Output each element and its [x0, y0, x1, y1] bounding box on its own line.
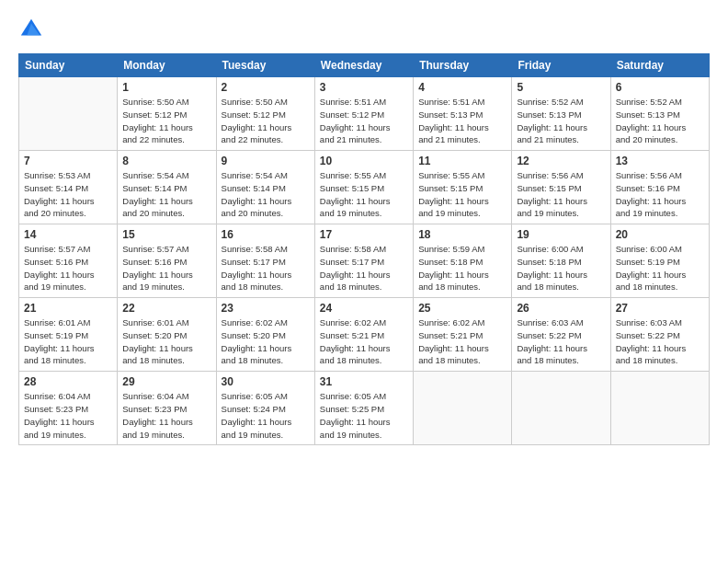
calendar-table: SundayMondayTuesdayWednesdayThursdayFrid…	[18, 53, 710, 445]
day-number: 22	[122, 302, 210, 315]
calendar-cell: 21Sunrise: 6:01 AM Sunset: 5:19 PM Dayli…	[19, 298, 118, 372]
day-info: Sunrise: 5:59 AM Sunset: 5:18 PM Dayligh…	[418, 243, 506, 293]
calendar-cell: 11Sunrise: 5:55 AM Sunset: 5:15 PM Dayli…	[414, 151, 512, 224]
day-info: Sunrise: 5:58 AM Sunset: 5:17 PM Dayligh…	[320, 243, 408, 293]
header	[18, 17, 710, 42]
calendar-cell	[19, 77, 118, 151]
calendar-cell: 10Sunrise: 5:55 AM Sunset: 5:15 PM Dayli…	[314, 151, 413, 224]
day-number: 16	[222, 228, 310, 241]
day-info: Sunrise: 6:01 AM Sunset: 5:20 PM Dayligh…	[122, 316, 210, 367]
day-info: Sunrise: 5:54 AM Sunset: 5:14 PM Dayligh…	[122, 169, 210, 220]
calendar-cell: 18Sunrise: 5:59 AM Sunset: 5:18 PM Dayli…	[414, 224, 512, 298]
weekday-header: Tuesday	[216, 54, 314, 77]
day-number: 4	[418, 81, 506, 94]
day-info: Sunrise: 6:00 AM Sunset: 5:19 PM Dayligh…	[616, 243, 704, 293]
calendar-week-row: 14Sunrise: 5:57 AM Sunset: 5:16 PM Dayli…	[19, 224, 710, 298]
calendar-cell: 27Sunrise: 6:03 AM Sunset: 5:22 PM Dayli…	[610, 298, 709, 372]
day-number: 10	[320, 155, 408, 167]
calendar-cell: 25Sunrise: 6:02 AM Sunset: 5:21 PM Dayli…	[414, 298, 512, 372]
weekday-header: Friday	[512, 54, 610, 77]
calendar-cell: 26Sunrise: 6:03 AM Sunset: 5:22 PM Dayli…	[512, 298, 610, 372]
day-number: 31	[320, 375, 408, 388]
calendar-week-row: 21Sunrise: 6:01 AM Sunset: 5:19 PM Dayli…	[19, 298, 710, 372]
day-info: Sunrise: 6:02 AM Sunset: 5:21 PM Dayligh…	[418, 316, 506, 367]
day-info: Sunrise: 5:56 AM Sunset: 5:15 PM Dayligh…	[517, 169, 605, 220]
day-info: Sunrise: 5:55 AM Sunset: 5:15 PM Dayligh…	[320, 169, 408, 220]
day-number: 6	[616, 81, 704, 94]
weekday-header: Saturday	[610, 54, 709, 77]
calendar-cell: 8Sunrise: 5:54 AM Sunset: 5:14 PM Daylig…	[118, 151, 216, 224]
calendar-cell: 29Sunrise: 6:04 AM Sunset: 5:23 PM Dayli…	[118, 372, 216, 445]
day-info: Sunrise: 5:53 AM Sunset: 5:14 PM Dayligh…	[24, 169, 112, 220]
day-info: Sunrise: 6:02 AM Sunset: 5:20 PM Dayligh…	[222, 316, 310, 367]
day-number: 25	[418, 302, 506, 315]
weekday-header: Sunday	[19, 54, 118, 77]
day-number: 17	[320, 228, 408, 241]
calendar-week-row: 1Sunrise: 5:50 AM Sunset: 5:12 PM Daylig…	[19, 77, 710, 151]
calendar-cell	[610, 372, 709, 445]
day-info: Sunrise: 5:52 AM Sunset: 5:13 PM Dayligh…	[616, 96, 704, 146]
calendar-cell: 16Sunrise: 5:58 AM Sunset: 5:17 PM Dayli…	[216, 224, 314, 298]
calendar-cell	[414, 372, 512, 445]
day-number: 19	[517, 228, 605, 241]
day-info: Sunrise: 6:05 AM Sunset: 5:24 PM Dayligh…	[222, 390, 310, 441]
day-number: 5	[517, 81, 605, 94]
day-number: 24	[320, 302, 408, 315]
calendar-week-row: 28Sunrise: 6:04 AM Sunset: 5:23 PM Dayli…	[19, 372, 710, 445]
calendar-cell: 31Sunrise: 6:05 AM Sunset: 5:25 PM Dayli…	[314, 372, 413, 445]
day-number: 3	[320, 81, 408, 94]
day-number: 29	[122, 375, 210, 388]
day-info: Sunrise: 5:57 AM Sunset: 5:16 PM Dayligh…	[24, 243, 112, 293]
day-number: 7	[24, 155, 112, 167]
day-number: 12	[517, 155, 605, 167]
day-info: Sunrise: 5:51 AM Sunset: 5:12 PM Dayligh…	[320, 96, 408, 146]
calendar-cell: 4Sunrise: 5:51 AM Sunset: 5:13 PM Daylig…	[414, 77, 512, 151]
day-info: Sunrise: 6:03 AM Sunset: 5:22 PM Dayligh…	[616, 316, 704, 367]
day-info: Sunrise: 6:04 AM Sunset: 5:23 PM Dayligh…	[24, 390, 112, 441]
calendar-cell	[512, 372, 610, 445]
day-number: 20	[616, 228, 704, 241]
calendar-cell: 12Sunrise: 5:56 AM Sunset: 5:15 PM Dayli…	[512, 151, 610, 224]
calendar-cell: 23Sunrise: 6:02 AM Sunset: 5:20 PM Dayli…	[216, 298, 314, 372]
day-number: 1	[122, 81, 210, 94]
day-info: Sunrise: 6:04 AM Sunset: 5:23 PM Dayligh…	[122, 390, 210, 441]
calendar-cell: 13Sunrise: 5:56 AM Sunset: 5:16 PM Dayli…	[610, 151, 709, 224]
day-info: Sunrise: 5:57 AM Sunset: 5:16 PM Dayligh…	[122, 243, 210, 293]
day-info: Sunrise: 6:02 AM Sunset: 5:21 PM Dayligh…	[320, 316, 408, 367]
day-info: Sunrise: 6:03 AM Sunset: 5:22 PM Dayligh…	[517, 316, 605, 367]
calendar-cell: 7Sunrise: 5:53 AM Sunset: 5:14 PM Daylig…	[19, 151, 118, 224]
day-info: Sunrise: 5:55 AM Sunset: 5:15 PM Dayligh…	[418, 169, 506, 220]
logo-icon	[18, 17, 44, 42]
calendar-cell: 3Sunrise: 5:51 AM Sunset: 5:12 PM Daylig…	[314, 77, 413, 151]
day-number: 27	[616, 302, 704, 315]
day-info: Sunrise: 6:00 AM Sunset: 5:18 PM Dayligh…	[517, 243, 605, 293]
calendar-cell: 5Sunrise: 5:52 AM Sunset: 5:13 PM Daylig…	[512, 77, 610, 151]
calendar-cell: 28Sunrise: 6:04 AM Sunset: 5:23 PM Dayli…	[19, 372, 118, 445]
calendar-cell: 1Sunrise: 5:50 AM Sunset: 5:12 PM Daylig…	[118, 77, 216, 151]
day-info: Sunrise: 5:58 AM Sunset: 5:17 PM Dayligh…	[222, 243, 310, 293]
calendar-cell: 30Sunrise: 6:05 AM Sunset: 5:24 PM Dayli…	[216, 372, 314, 445]
day-info: Sunrise: 5:50 AM Sunset: 5:12 PM Dayligh…	[122, 96, 210, 146]
day-info: Sunrise: 6:05 AM Sunset: 5:25 PM Dayligh…	[320, 390, 408, 441]
day-info: Sunrise: 5:50 AM Sunset: 5:12 PM Dayligh…	[222, 96, 310, 146]
calendar-cell: 20Sunrise: 6:00 AM Sunset: 5:19 PM Dayli…	[610, 224, 709, 298]
day-info: Sunrise: 5:56 AM Sunset: 5:16 PM Dayligh…	[616, 169, 704, 220]
page: SundayMondayTuesdayWednesdayThursdayFrid…	[0, 0, 728, 563]
day-number: 18	[418, 228, 506, 241]
calendar-cell: 6Sunrise: 5:52 AM Sunset: 5:13 PM Daylig…	[610, 77, 709, 151]
day-number: 28	[24, 375, 112, 388]
day-number: 14	[24, 228, 112, 241]
calendar-cell: 24Sunrise: 6:02 AM Sunset: 5:21 PM Dayli…	[314, 298, 413, 372]
day-info: Sunrise: 6:01 AM Sunset: 5:19 PM Dayligh…	[24, 316, 112, 367]
calendar-cell: 2Sunrise: 5:50 AM Sunset: 5:12 PM Daylig…	[216, 77, 314, 151]
calendar-cell: 22Sunrise: 6:01 AM Sunset: 5:20 PM Dayli…	[118, 298, 216, 372]
calendar-cell: 9Sunrise: 5:54 AM Sunset: 5:14 PM Daylig…	[216, 151, 314, 224]
day-number: 2	[222, 81, 310, 94]
weekday-header: Wednesday	[314, 54, 413, 77]
day-number: 13	[616, 155, 704, 167]
calendar-cell: 17Sunrise: 5:58 AM Sunset: 5:17 PM Dayli…	[314, 224, 413, 298]
calendar-cell: 14Sunrise: 5:57 AM Sunset: 5:16 PM Dayli…	[19, 224, 118, 298]
day-number: 8	[122, 155, 210, 167]
day-number: 15	[122, 228, 210, 241]
day-info: Sunrise: 5:51 AM Sunset: 5:13 PM Dayligh…	[418, 96, 506, 146]
